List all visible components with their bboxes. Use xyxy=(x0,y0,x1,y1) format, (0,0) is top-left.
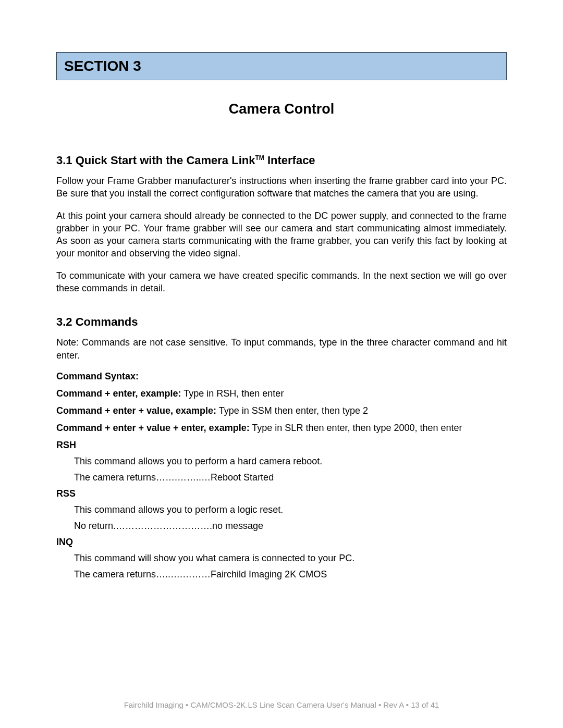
command-rsh-desc-1: This command allows you to perform a har… xyxy=(74,456,507,467)
command-example-2: Command + enter + value, example: Type i… xyxy=(56,405,507,416)
subsection-3-1-prefix: 3.1 Quick Start with the Camera Link xyxy=(56,154,255,167)
section-banner-title: SECTION 3 xyxy=(64,58,499,75)
command-inq-desc-1: This command will show you what camera i… xyxy=(74,553,507,564)
subsection-3-2-title: 3.2 Commands xyxy=(56,315,507,329)
command-inq-name: INQ xyxy=(56,537,507,548)
command-example-3: Command + enter + value + enter, example… xyxy=(56,423,507,434)
command-example-3-bold: Command + enter + value + enter, example… xyxy=(56,423,250,433)
page-footer: Fairchild Imaging • CAM/CMOS-2K.LS Line … xyxy=(0,700,563,709)
command-example-1-rest: Type in RSH, then enter xyxy=(181,388,284,399)
trademark-superscript: TM xyxy=(255,154,264,162)
command-example-1-bold: Command + enter, example: xyxy=(56,388,181,399)
command-inq-desc-2: The camera returns…..….………Fairchild Imag… xyxy=(74,569,507,580)
paragraph-3-1-b: At this point your camera should already… xyxy=(56,209,507,260)
paragraph-3-1-c: To communicate with your camera we have … xyxy=(56,269,507,295)
commands-note: Note: Commands are not case sensitive. T… xyxy=(56,336,507,362)
command-example-2-bold: Command + enter + value, example: xyxy=(56,405,216,416)
command-rss-desc-2: No return.………………………….no message xyxy=(74,521,507,532)
command-rsh-name: RSH xyxy=(56,440,507,451)
command-rsh-desc-2: The camera returns…….……..…Reboot Started xyxy=(74,472,507,483)
command-rss-name: RSS xyxy=(56,488,507,499)
command-example-1: Command + enter, example: Type in RSH, t… xyxy=(56,388,507,399)
paragraph-3-1-a: Follow your Frame Grabber manufacturer's… xyxy=(56,175,507,200)
chapter-title: Camera Control xyxy=(56,101,507,117)
subsection-3-1-suffix: Interface xyxy=(264,154,315,167)
command-syntax-label: Command Syntax: xyxy=(56,371,507,382)
command-example-3-rest: Type in SLR then enter, then type 2000, … xyxy=(250,423,462,433)
command-rss-desc-1: This command allows you to perform a log… xyxy=(74,504,507,515)
document-page: SECTION 3 Camera Control 3.1 Quick Start… xyxy=(0,0,563,728)
subsection-3-1-title: 3.1 Quick Start with the Camera LinkTM I… xyxy=(56,154,507,167)
command-example-2-rest: Type in SSM then enter, then type 2 xyxy=(216,405,368,416)
section-banner: SECTION 3 xyxy=(56,52,507,80)
